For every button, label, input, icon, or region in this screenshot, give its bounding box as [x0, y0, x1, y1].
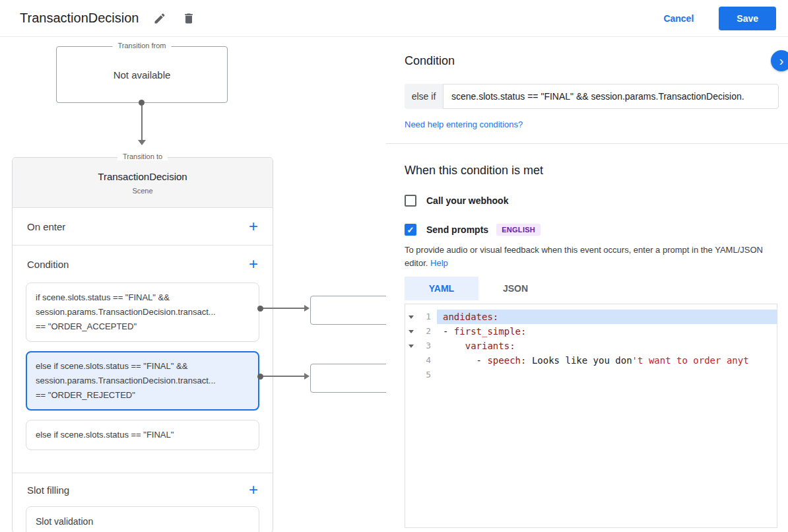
editor-line[interactable]: 2- first_simple: — [405, 324, 777, 339]
delete-icon[interactable] — [181, 11, 197, 26]
panel-title: Condition — [405, 54, 788, 68]
chevron-right-icon: › — [779, 53, 784, 69]
line-number: 2 — [426, 324, 437, 339]
on-enter-row[interactable]: On enter + — [13, 208, 273, 246]
on-enter-title: On enter — [27, 221, 65, 232]
editor-tabs: YAMLJSON — [405, 277, 788, 300]
slot-filling-cards: Slot validation — [13, 506, 273, 532]
condition-expression-row: else if scene.slots.status == "FINAL" &&… — [405, 84, 779, 109]
condition-section-title: Condition — [27, 259, 69, 270]
webhook-checkbox[interactable] — [405, 195, 416, 207]
transition-target-box[interactable] — [310, 364, 389, 393]
save-button[interactable]: Save — [719, 7, 776, 30]
editor-gutter: 5 — [405, 368, 437, 382]
tab-yaml[interactable]: YAML — [405, 277, 478, 300]
editor-lines: 1andidates:2- first_simple:3 variants:4 … — [405, 310, 777, 382]
add-on-enter-button[interactable]: + — [249, 218, 258, 234]
code-line-content: - first_simple: — [437, 324, 777, 339]
connector-dot — [139, 100, 145, 106]
send-prompts-label: Send prompts — [426, 224, 488, 235]
code-line-content: - speech: Looks like you don't want to o… — [437, 353, 777, 368]
transition-to-label: Transition to — [117, 152, 168, 160]
condition-card-line: else if scene.slots.status == "FINAL" — [36, 428, 249, 442]
condition-section-header: Condition + — [13, 246, 273, 283]
language-badge: ENGLISH — [496, 224, 541, 236]
editor-line[interactable]: 4 - speech: Looks like you don't want to… — [405, 353, 777, 368]
editor-gutter: 3 — [405, 339, 437, 353]
connector-line — [262, 376, 304, 377]
editor-gutter: 4 — [405, 353, 437, 368]
condition-help-link[interactable]: Need help entering conditions? — [405, 119, 523, 129]
transition-from-label: Transition from — [113, 42, 172, 50]
connector-arrowhead-icon — [304, 373, 310, 380]
scene-subtitle: Scene — [132, 187, 152, 195]
code-line-content: variants: — [437, 339, 777, 353]
connector-arrowhead-icon — [138, 140, 146, 145]
edit-icon[interactable] — [152, 11, 168, 26]
connector-dot — [257, 374, 263, 380]
transition-from-box[interactable]: Transition from Not available — [56, 46, 228, 103]
fold-arrow-icon[interactable] — [409, 345, 414, 348]
page-title: TransactionDecision — [20, 11, 139, 26]
connector-dot — [257, 306, 263, 312]
slot-filling-section-title: Slot filling — [27, 484, 69, 496]
prompt-description: To provide audio or visual feedback when… — [405, 244, 769, 270]
slot-card[interactable]: Slot validation — [26, 506, 259, 532]
condition-section: Condition + if scene.slots.status == "FI… — [13, 246, 273, 473]
transition-target-box[interactable] — [310, 296, 389, 325]
code-line-content — [437, 368, 777, 382]
slot-filling-section: Slot filling + Slot validation — [13, 473, 273, 532]
condition-card-line: if scene.slots.status == "FINAL" && — [36, 290, 249, 305]
add-slot-button[interactable]: + — [249, 482, 258, 498]
condition-card-line: == "ORDER_REJECTED" — [36, 388, 249, 403]
prompt-description-text: To provide audio or visual feedback when… — [405, 245, 763, 268]
connector-line — [141, 106, 143, 140]
editor-line[interactable]: 5 — [405, 368, 777, 382]
panel-divider — [386, 143, 788, 144]
condition-cards: if scene.slots.status == "FINAL" &&sessi… — [13, 283, 273, 473]
condition-card-line: else if scene.slots.status == "FINAL" && — [36, 359, 249, 374]
line-number: 5 — [426, 368, 437, 382]
collapse-panel-button[interactable]: › — [771, 50, 788, 71]
editor-line[interactable]: 1andidates: — [405, 310, 777, 324]
connector-arrowhead-icon — [304, 305, 310, 312]
editor-line[interactable]: 3 variants: — [405, 339, 777, 353]
condition-card[interactable]: if scene.slots.status == "FINAL" &&sessi… — [26, 283, 259, 342]
scene-header[interactable]: TransactionDecision Scene — [13, 158, 273, 208]
condition-operator: else if — [405, 84, 443, 109]
editor-gutter: 1 — [405, 310, 437, 324]
condition-input-value: scene.slots.status == "FINAL" && session… — [451, 91, 744, 102]
fold-arrow-icon[interactable] — [409, 316, 414, 319]
line-number: 4 — [426, 353, 437, 368]
slot-card-line: Slot validation — [36, 514, 249, 529]
code-editor[interactable]: 1andidates:2- first_simple:3 variants:4 … — [405, 304, 777, 528]
webhook-label: Call your webhook — [426, 195, 508, 206]
when-met-heading: When this condition is met — [405, 164, 788, 178]
scene-title: TransactionDecision — [98, 171, 187, 182]
condition-input[interactable]: scene.slots.status == "FINAL" && session… — [443, 84, 779, 109]
webhook-row: Call your webhook — [405, 195, 788, 207]
add-condition-button[interactable]: + — [249, 256, 258, 272]
editor-gutter: 2 — [405, 324, 437, 339]
condition-card[interactable]: else if scene.slots.status == "FINAL" &&… — [26, 351, 259, 411]
send-prompts-row: Send prompts ENGLISH — [405, 224, 788, 236]
connector-line — [262, 308, 304, 309]
condition-card-line: == "ORDER_ACCEPTED" — [36, 319, 249, 334]
condition-editor-panel: › Condition else if scene.slots.status =… — [386, 37, 788, 532]
send-prompts-checkbox[interactable] — [405, 224, 416, 236]
cancel-button[interactable]: Cancel — [663, 13, 694, 24]
slot-filling-section-header: Slot filling + — [13, 473, 273, 506]
condition-card[interactable]: else if scene.slots.status == "FINAL" — [26, 420, 259, 450]
line-number: 3 — [426, 339, 437, 353]
line-number: 1 — [426, 310, 437, 324]
tab-json[interactable]: JSON — [478, 277, 552, 300]
transition-from-content: Not available — [114, 69, 171, 81]
fold-arrow-icon[interactable] — [409, 330, 414, 333]
condition-card-line: session.params.TransactionDecision.trans… — [36, 374, 249, 388]
transition-to-box: Transition to TransactionDecision Scene … — [12, 157, 273, 532]
help-link[interactable]: Help — [430, 258, 448, 268]
code-line-content: andidates: — [437, 310, 777, 324]
condition-card-line: session.params.TransactionDecision.trans… — [36, 305, 249, 319]
top-bar: TransactionDecision Cancel Save — [0, 0, 788, 37]
